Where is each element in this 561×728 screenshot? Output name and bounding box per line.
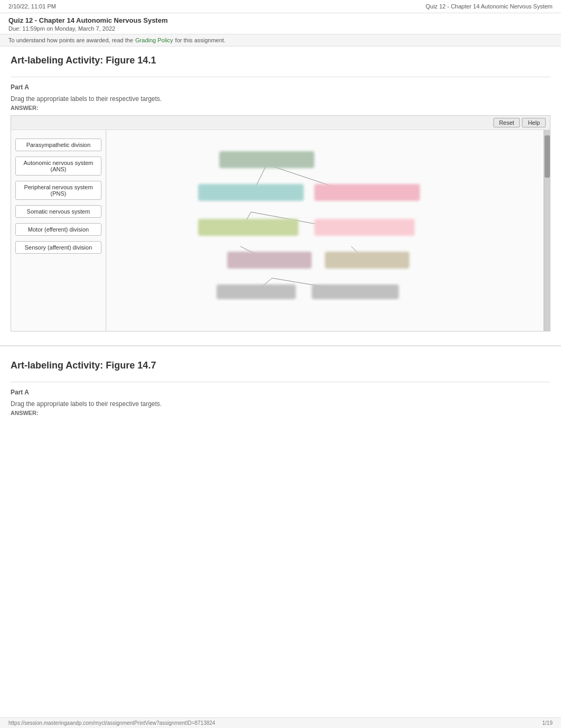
activity1-section: Art-labeling Activity: Figure 14.1 Part … [0, 47, 561, 340]
activity1-toolbar: Reset Help [11, 116, 550, 130]
labels-panel: Parasympathetic divisionAutonomic nervou… [11, 130, 106, 331]
activity1-box: Reset Help Parasympathetic divisionAuton… [11, 115, 550, 331]
activity1-part-section: Part A Drag the appropriate labels to th… [11, 77, 550, 331]
section-divider [0, 345, 561, 346]
help-button[interactable]: Help [522, 118, 546, 127]
activity1-part-label: Part A [11, 84, 550, 91]
due-date: Due: 11:59pm on Monday, March 7, 2022 [8, 25, 553, 32]
activity1-content: Parasympathetic divisionAutonomic nervou… [11, 130, 550, 331]
svg-rect-14 [325, 252, 409, 269]
drag-label[interactable]: Motor (efferent) division [15, 223, 101, 236]
drag-label[interactable]: Sensory (afferent) division [15, 241, 101, 254]
grading-text-after: for this assignment. [175, 37, 226, 43]
scrollbar-thumb [545, 135, 550, 178]
diagram-area [106, 130, 544, 331]
activity1-instruction: Drag the appropriate labels to their res… [11, 95, 550, 103]
activity2-part-section: Part A Drag the appropriate labels to th… [11, 382, 550, 416]
activity1-title: Art-labeling Activity: Figure 14.1 [11, 55, 550, 66]
diagram-mock [188, 141, 462, 320]
drag-label[interactable]: Autonomic nervous system (ANS) [15, 156, 101, 176]
datetime: 2/10/22, 11:01 PM [8, 3, 56, 10]
svg-rect-11 [198, 219, 298, 236]
scrollbar[interactable] [544, 130, 550, 331]
activity2-section: Art-labeling Activity: Figure 14.7 Part … [0, 352, 561, 429]
grading-text-before: To understand how points are awarded, re… [8, 37, 133, 43]
drag-label[interactable]: Parasympathetic division [15, 139, 101, 151]
activity2-instruction: Drag the appropriate labels to their res… [11, 400, 550, 408]
grading-bar: To understand how points are awarded, re… [0, 34, 561, 47]
svg-rect-8 [219, 151, 314, 168]
svg-rect-13 [227, 252, 312, 269]
quiz-title: Quiz 12 - Chapter 14 Autonomic Nervous S… [8, 16, 553, 24]
quiz-info: Quiz 12 - Chapter 14 Autonomic Nervous S… [0, 13, 561, 34]
activity2-answer-label: ANSWER: [11, 410, 550, 416]
activity2-part-label: Part A [11, 389, 550, 396]
reset-button[interactable]: Reset [493, 118, 520, 127]
top-bar: 2/10/22, 11:01 PM Quiz 12 - Chapter 14 A… [0, 0, 561, 13]
svg-rect-16 [312, 284, 399, 299]
svg-rect-10 [314, 184, 420, 201]
svg-rect-9 [198, 184, 304, 201]
activity2-title: Art-labeling Activity: Figure 14.7 [11, 360, 550, 371]
svg-rect-12 [314, 219, 415, 236]
page-title-header: Quiz 12 - Chapter 14 Autonomic Nervous S… [426, 3, 553, 10]
drag-label[interactable]: Peripheral nervous system (PNS) [15, 181, 101, 200]
drag-label[interactable]: Somatic nervous system [15, 205, 101, 218]
grading-policy-link[interactable]: Grading Policy [135, 37, 173, 43]
svg-rect-15 [217, 284, 296, 299]
page-spacer [0, 429, 561, 640]
activity1-answer-label: ANSWER: [11, 105, 550, 111]
diagram-svg [188, 141, 462, 320]
